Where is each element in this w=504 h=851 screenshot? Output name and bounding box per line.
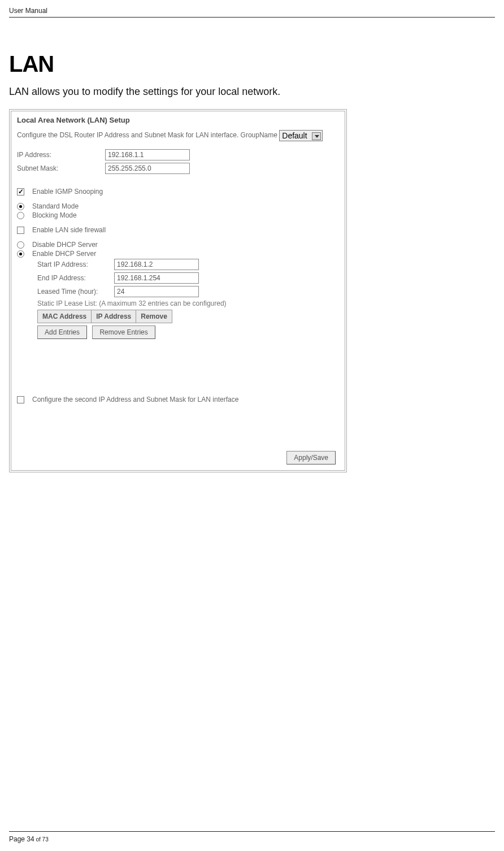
apply-save-button[interactable]: Apply/Save: [286, 451, 336, 464]
ip-address-input[interactable]: [105, 149, 190, 160]
blocking-mode-radio[interactable]: [17, 212, 24, 219]
subnet-mask-input[interactable]: [105, 163, 190, 174]
subnet-mask-label: Subnet Mask:: [17, 164, 105, 172]
standard-mode-radio[interactable]: [17, 203, 24, 210]
footer-rule: [9, 831, 495, 832]
standard-mode-label: Standard Mode: [32, 202, 79, 210]
lease-time-input[interactable]: [114, 286, 199, 297]
lease-time-label: Leased Time (hour):: [37, 288, 114, 296]
dhcp-enable-label: Enable DHCP Server: [32, 250, 96, 258]
igmp-snooping-row: Enable IGMP Snooping: [17, 188, 339, 196]
panel-title: Local Area Network (LAN) Setup: [17, 116, 339, 124]
col-ip: IP Address: [92, 310, 136, 323]
igmp-snooping-label: Enable IGMP Snooping: [32, 188, 103, 196]
end-ip-label: End IP Address:: [37, 274, 114, 282]
apply-row: Apply/Save: [17, 449, 339, 464]
lan-firewall-row: Enable LAN side firewall: [17, 226, 339, 234]
start-ip-input[interactable]: [114, 259, 199, 270]
group-name-value: Default: [282, 131, 307, 140]
dhcp-disable-label: Disable DHCP Server: [32, 241, 98, 249]
panel-desc-row: Configure the DSL Router IP Address and …: [17, 130, 339, 141]
page-suffix: of 73: [34, 836, 49, 843]
subnet-mask-row: Subnet Mask:: [17, 163, 339, 174]
section-intro: LAN allows you to modify the settings fo…: [9, 86, 495, 98]
start-ip-label: Start IP Address:: [37, 260, 114, 268]
second-ip-row: Configure the second IP Address and Subn…: [17, 396, 339, 403]
remove-entries-button[interactable]: Remove Entries: [92, 325, 155, 339]
group-name-select[interactable]: Default: [279, 130, 322, 141]
col-mac: MAC Address: [38, 310, 92, 323]
ip-address-label: IP Address:: [17, 151, 105, 159]
page-prefix: Page 34: [9, 835, 34, 843]
header-rule: [9, 17, 495, 18]
ip-address-row: IP Address:: [17, 149, 339, 160]
blocking-mode-row: Blocking Mode: [17, 211, 339, 219]
section-title: LAN: [9, 51, 495, 77]
page-footer: Page 34 of 73: [9, 831, 495, 843]
igmp-snooping-checkbox[interactable]: [17, 188, 24, 196]
dhcp-enable-radio[interactable]: [17, 250, 24, 258]
chevron-down-icon: [312, 132, 321, 140]
dhcp-disable-row: Disable DHCP Server: [17, 241, 339, 249]
lease-buttons: Add Entries Remove Entries: [37, 323, 339, 339]
lan-firewall-label: Enable LAN side firewall: [32, 226, 106, 234]
dhcp-details: Start IP Address: End IP Address: Leased…: [37, 259, 339, 339]
static-lease-note: Static IP Lease List: (A maximum 32 entr…: [37, 299, 339, 307]
lan-setup-panel: Local Area Network (LAN) Setup Configure…: [9, 109, 347, 472]
running-header: User Manual: [9, 7, 495, 15]
second-ip-checkbox[interactable]: [17, 396, 24, 403]
col-remove: Remove: [136, 310, 172, 323]
panel-desc-text: Configure the DSL Router IP Address and …: [17, 131, 277, 139]
second-ip-label: Configure the second IP Address and Subn…: [32, 396, 238, 403]
add-entries-button[interactable]: Add Entries: [37, 325, 87, 339]
dhcp-disable-radio[interactable]: [17, 241, 24, 249]
standard-mode-row: Standard Mode: [17, 202, 339, 210]
lan-firewall-checkbox[interactable]: [17, 227, 24, 234]
static-lease-table: MAC Address IP Address Remove: [37, 310, 172, 323]
end-ip-input[interactable]: [114, 272, 199, 284]
page-number: Page 34 of 73: [9, 835, 495, 843]
dhcp-enable-row: Enable DHCP Server: [17, 250, 339, 258]
blocking-mode-label: Blocking Mode: [32, 211, 77, 219]
